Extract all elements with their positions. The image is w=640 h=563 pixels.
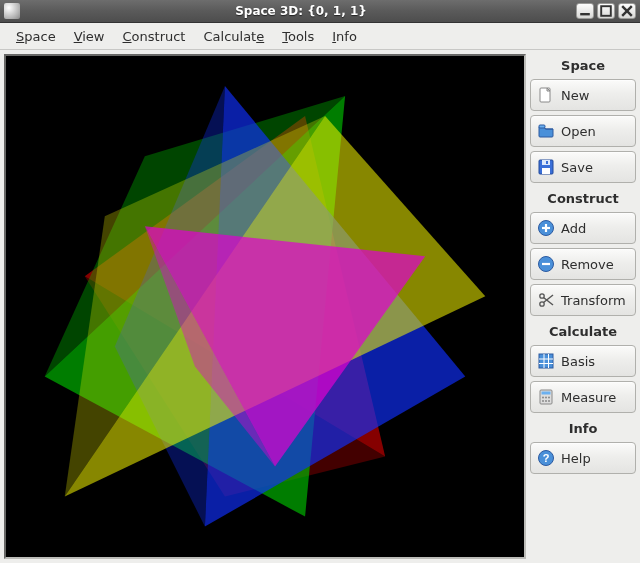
minimize-icon: [577, 3, 593, 19]
menubar: SpaceViewConstructCalculateToolsInfo: [0, 23, 640, 50]
svg-rect-36: [542, 392, 551, 395]
measure-button[interactable]: Measure: [530, 381, 636, 413]
menu-space[interactable]: Space: [8, 26, 64, 47]
add-label: Add: [561, 221, 629, 236]
scissors-icon: [537, 291, 555, 309]
section-header-calculate: Calculate: [530, 320, 636, 341]
minus-circle-icon: [537, 255, 555, 273]
measure-label: Measure: [561, 390, 629, 405]
svg-point-41: [545, 400, 547, 402]
transform-label: Transform: [561, 293, 629, 308]
menu-info[interactable]: Info: [324, 26, 365, 47]
minimize-button[interactable]: [576, 3, 594, 19]
svg-point-38: [545, 397, 547, 399]
calculator-icon: [537, 388, 555, 406]
close-button[interactable]: [618, 3, 636, 19]
window-controls: [576, 3, 636, 19]
maximize-icon: [598, 3, 614, 19]
help-button[interactable]: ?Help: [530, 442, 636, 474]
section-header-construct: Construct: [530, 187, 636, 208]
basis-button[interactable]: Basis: [530, 345, 636, 377]
window-title: Space 3D: {0, 1, 1}: [26, 4, 576, 18]
app-icon: [4, 3, 20, 19]
svg-rect-16: [539, 125, 545, 128]
transform-button[interactable]: Transform: [530, 284, 636, 316]
svg-point-39: [548, 397, 550, 399]
new-button[interactable]: New: [530, 79, 636, 111]
open-label: Open: [561, 124, 629, 139]
viewport-3d[interactable]: [4, 54, 526, 559]
side-panel: SpaceNewOpenSaveConstructAddRemoveTransf…: [530, 54, 636, 559]
section-header-space: Space: [530, 54, 636, 75]
folder-open-icon: [537, 122, 555, 140]
menu-construct[interactable]: Construct: [115, 26, 194, 47]
viewport-canvas: [6, 56, 524, 557]
close-icon: [619, 3, 635, 19]
maximize-button[interactable]: [597, 3, 615, 19]
save-label: Save: [561, 160, 629, 175]
content-area: SpaceNewOpenSaveConstructAddRemoveTransf…: [0, 50, 640, 563]
help-circle-icon: ?: [537, 449, 555, 467]
section-header-info: Info: [530, 417, 636, 438]
svg-rect-30: [539, 354, 553, 368]
menu-calculate[interactable]: Calculate: [195, 26, 272, 47]
svg-text:?: ?: [543, 452, 550, 464]
titlebar: Space 3D: {0, 1, 1}: [0, 0, 640, 23]
app-window: Space 3D: {0, 1, 1} SpaceViewConstructCa…: [0, 0, 640, 563]
menu-tools[interactable]: Tools: [274, 26, 322, 47]
save-button[interactable]: Save: [530, 151, 636, 183]
svg-point-42: [548, 400, 550, 402]
help-label: Help: [561, 451, 629, 466]
svg-point-40: [542, 400, 544, 402]
remove-button[interactable]: Remove: [530, 248, 636, 280]
file-new-icon: [537, 86, 555, 104]
open-button[interactable]: Open: [530, 115, 636, 147]
menu-view[interactable]: View: [66, 26, 113, 47]
svg-rect-1: [601, 6, 611, 16]
floppy-save-icon: [537, 158, 555, 176]
new-label: New: [561, 88, 629, 103]
svg-point-37: [542, 397, 544, 399]
svg-rect-19: [542, 168, 550, 174]
plus-circle-icon: [537, 219, 555, 237]
basis-label: Basis: [561, 354, 629, 369]
svg-rect-20: [546, 161, 548, 164]
add-button[interactable]: Add: [530, 212, 636, 244]
remove-label: Remove: [561, 257, 629, 272]
grid-icon: [537, 352, 555, 370]
